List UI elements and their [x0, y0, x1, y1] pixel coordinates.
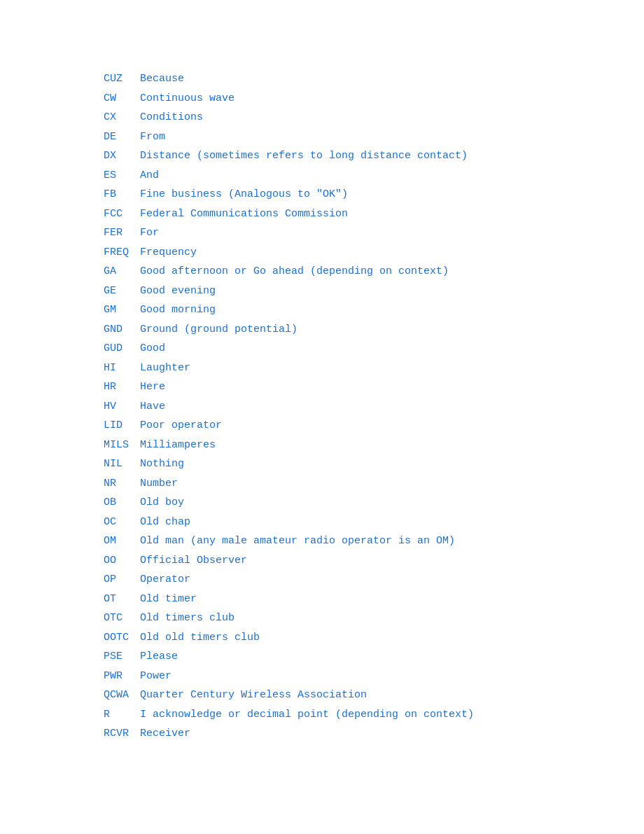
abbreviation: LID: [104, 417, 140, 435]
definition-text: Continuous wave: [140, 90, 234, 108]
list-item: MILSMilliamperes: [104, 436, 602, 454]
definition-text: Good: [140, 340, 165, 358]
definition-text: Quarter Century Wireless Association: [140, 686, 367, 704]
definition-text: And: [140, 167, 159, 185]
list-item: OCOld chap: [104, 513, 602, 531]
definition-text: Here: [140, 378, 165, 396]
definition-text: I acknowledge or decimal point (dependin…: [140, 706, 474, 724]
abbreviation: DX: [104, 147, 140, 165]
abbreviation: OM: [104, 532, 140, 550]
list-item: OBOld boy: [104, 494, 602, 512]
abbreviation: OTC: [104, 609, 140, 627]
abbreviation: GND: [104, 321, 140, 339]
list-item: GMGood morning: [104, 301, 602, 319]
definition-text: Good evening: [140, 282, 216, 300]
list-item: PSEPlease: [104, 648, 602, 666]
definition-text: Number: [140, 475, 178, 493]
definition-text: Please: [140, 648, 178, 666]
list-item: OPOperator: [104, 571, 602, 589]
abbreviation: OP: [104, 571, 140, 589]
definition-text: Old timer: [140, 590, 197, 609]
abbreviation: GM: [104, 301, 140, 319]
definition-text: Have: [140, 398, 165, 416]
definition-text: Laughter: [140, 359, 190, 377]
list-item: DEFrom: [104, 128, 602, 146]
list-item: CXConditions: [104, 109, 602, 127]
abbreviation: HI: [104, 359, 140, 377]
list-item: ESAnd: [104, 167, 602, 185]
definition-text: Receiver: [140, 725, 190, 743]
definition-text: Old timers club: [140, 609, 234, 627]
abbreviation: FCC: [104, 205, 140, 223]
list-item: NRNumber: [104, 475, 602, 493]
abbreviation: RCVR: [104, 725, 140, 743]
list-item: OOOfficial Observer: [104, 552, 602, 570]
list-item: FCCFederal Communications Commission: [104, 205, 602, 223]
abbreviation: FB: [104, 186, 140, 204]
abbreviation: GE: [104, 282, 140, 300]
list-item: DXDistance (sometimes refers to long dis…: [104, 147, 602, 165]
list-item: OOTCOld old timers club: [104, 629, 602, 647]
list-item: NILNothing: [104, 455, 602, 473]
abbreviation: CUZ: [104, 70, 140, 88]
abbreviation: CW: [104, 90, 140, 108]
list-item: OMOld man (any male amateur radio operat…: [104, 532, 602, 550]
list-item: GEGood evening: [104, 282, 602, 300]
definition-text: Milliamperes: [140, 436, 216, 454]
list-item: LIDPoor operator: [104, 417, 602, 435]
list-item: OTCOld timers club: [104, 609, 602, 627]
abbreviation: GA: [104, 263, 140, 281]
abbreviation: NIL: [104, 455, 140, 473]
list-item: HILaughter: [104, 359, 602, 377]
definition-text: Conditions: [140, 109, 203, 127]
list-item: HVHave: [104, 398, 602, 416]
abbreviation: PSE: [104, 648, 140, 666]
list-item: PWRPower: [104, 667, 602, 686]
abbreviation: DE: [104, 128, 140, 146]
definition-text: From: [140, 128, 165, 146]
abbreviation: QCWA: [104, 686, 140, 704]
abbreviation: OOTC: [104, 629, 140, 647]
abbreviation: GUD: [104, 340, 140, 358]
abbreviation: HV: [104, 398, 140, 416]
list-item: HRHere: [104, 378, 602, 396]
definition-text: Distance (sometimes refers to long dista…: [140, 147, 468, 165]
definition-text: Old boy: [140, 494, 184, 512]
definition-text: Operator: [140, 571, 190, 589]
abbreviation: HR: [104, 378, 140, 396]
list-item: RCVRReceiver: [104, 725, 602, 743]
abbreviation: OB: [104, 494, 140, 512]
glossary-list: CUZBecauseCWContinuous waveCXConditionsD…: [0, 70, 644, 743]
abbreviation: FER: [104, 224, 140, 242]
list-item: FREQFrequency: [104, 244, 602, 262]
abbreviation: CX: [104, 109, 140, 127]
definition-text: Nothing: [140, 455, 184, 473]
list-item: GUDGood: [104, 340, 602, 358]
list-item: OTOld timer: [104, 590, 602, 609]
list-item: CUZBecause: [104, 70, 602, 88]
abbreviation: OO: [104, 552, 140, 570]
list-item: FBFine business (Analogous to "OK"): [104, 186, 602, 204]
definition-text: Old man (any male amateur radio operator…: [140, 532, 455, 550]
abbreviation: OT: [104, 590, 140, 609]
definition-text: Old old timers club: [140, 629, 260, 647]
definition-text: Frequency: [140, 244, 197, 262]
abbreviation: R: [104, 706, 140, 724]
abbreviation: NR: [104, 475, 140, 493]
list-item: FERFor: [104, 224, 602, 242]
list-item: QCWAQuarter Century Wireless Association: [104, 686, 602, 704]
abbreviation: OC: [104, 513, 140, 531]
list-item: RI acknowledge or decimal point (dependi…: [104, 706, 602, 724]
list-item: GNDGround (ground potential): [104, 321, 602, 339]
abbreviation: FREQ: [104, 244, 140, 262]
abbreviation: PWR: [104, 667, 140, 686]
definition-text: Power: [140, 667, 172, 686]
list-item: CWContinuous wave: [104, 90, 602, 108]
definition-text: Federal Communications Commission: [140, 205, 348, 223]
definition-text: Fine business (Analogous to "OK"): [140, 186, 348, 204]
definition-text: Good morning: [140, 301, 216, 319]
list-item: GAGood afternoon or Go ahead (depending …: [104, 263, 602, 281]
definition-text: For: [140, 224, 159, 242]
definition-text: Ground (ground potential): [140, 321, 298, 339]
definition-text: Good afternoon or Go ahead (depending on…: [140, 263, 449, 281]
